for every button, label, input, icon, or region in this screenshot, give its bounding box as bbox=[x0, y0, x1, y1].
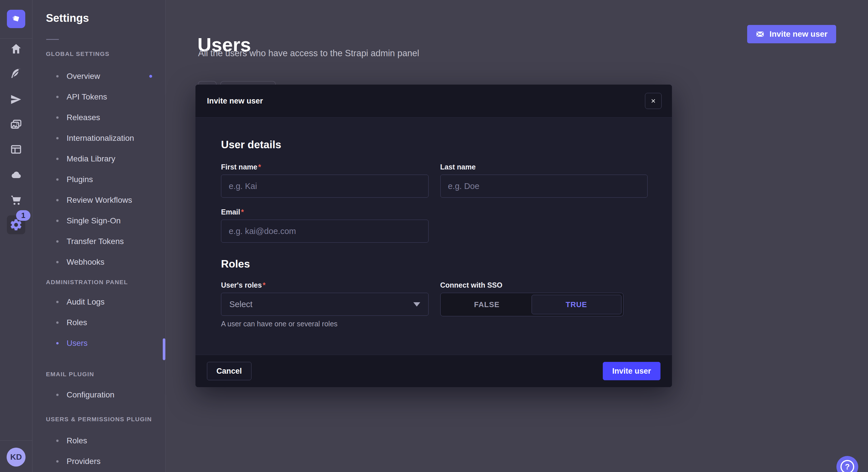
icon-rail: 1 KD bbox=[0, 0, 32, 472]
first-name-field[interactable] bbox=[221, 175, 429, 198]
last-name-group: Last name bbox=[440, 163, 648, 198]
sidebar-item-single-sign-on[interactable]: Single Sign-On bbox=[46, 210, 162, 231]
required-marker: * bbox=[258, 163, 261, 171]
sso-group: Connect with SSO FALSE TRUE bbox=[440, 281, 648, 328]
section-administration-panel: ADMINISTRATION PANEL bbox=[46, 279, 128, 285]
bullet-icon bbox=[56, 301, 59, 303]
first-name-label: First name* bbox=[221, 163, 429, 171]
users-roles-group: User's roles* Select A user can have one… bbox=[221, 281, 429, 328]
modal-title: Invite new user bbox=[207, 97, 263, 105]
sidebar-item-users[interactable]: Users bbox=[46, 333, 162, 353]
strapi-logo-icon bbox=[10, 13, 22, 25]
sso-toggle: FALSE TRUE bbox=[440, 293, 623, 316]
sidebar-item-api-tokens[interactable]: API Tokens bbox=[46, 87, 162, 107]
section-email-plugin: EMAIL PLUGIN bbox=[46, 371, 94, 378]
bullet-icon bbox=[56, 220, 59, 222]
sidebar-item-up-roles[interactable]: Roles bbox=[46, 430, 162, 451]
marketplace-cart-icon[interactable] bbox=[0, 191, 32, 208]
global-settings-list: Overview API Tokens Releases Internation… bbox=[46, 66, 162, 272]
sidebar-item-overview[interactable]: Overview bbox=[46, 66, 162, 87]
roles-hint: A user can have one or several roles bbox=[221, 320, 429, 328]
invite-new-user-button[interactable]: Invite new user bbox=[747, 25, 836, 43]
bullet-icon bbox=[56, 342, 59, 344]
notification-dot-icon bbox=[149, 75, 152, 78]
required-marker: * bbox=[262, 281, 266, 289]
bullet-icon bbox=[56, 322, 59, 324]
sidebar-item-configuration[interactable]: Configuration bbox=[46, 384, 162, 405]
sidebar-item-review-workflows[interactable]: Review Workflows bbox=[46, 190, 162, 210]
users-permissions-list: Roles Providers bbox=[46, 430, 162, 472]
section-users-permissions-plugin: USERS & PERMISSIONS PLUGIN bbox=[46, 416, 152, 423]
modal-header: Invite new user bbox=[195, 85, 672, 117]
bullet-icon bbox=[56, 96, 59, 98]
content-manager-icon[interactable] bbox=[0, 141, 32, 158]
question-mark-icon: ? bbox=[840, 460, 854, 472]
cloud-icon[interactable] bbox=[0, 166, 32, 183]
users-roles-select[interactable]: Select bbox=[221, 293, 429, 316]
sidebar-item-releases[interactable]: Releases bbox=[46, 107, 162, 128]
bullet-icon bbox=[56, 137, 59, 139]
section-global-settings: GLOBAL SETTINGS bbox=[46, 50, 110, 57]
sidebar-item-media-library[interactable]: Media Library bbox=[46, 148, 162, 169]
invite-new-user-modal: Invite new user User details First name*… bbox=[195, 85, 672, 387]
sso-option-true[interactable]: TRUE bbox=[532, 295, 621, 314]
select-value: Select bbox=[229, 300, 253, 309]
section-roles: Roles bbox=[221, 243, 648, 270]
sidebar-scrollbar-thumb[interactable] bbox=[163, 338, 165, 360]
bullet-icon bbox=[56, 116, 59, 119]
title-underline bbox=[46, 39, 59, 40]
sidebar-item-plugins[interactable]: Plugins bbox=[46, 169, 162, 190]
rail-divider bbox=[0, 38, 32, 39]
bullet-icon bbox=[56, 440, 59, 442]
modal-body: User details First name* Last name Email… bbox=[195, 117, 672, 328]
sidebar-item-transfer-tokens[interactable]: Transfer Tokens bbox=[46, 231, 162, 252]
settings-notification-badge: 1 bbox=[16, 210, 30, 221]
sso-label: Connect with SSO bbox=[440, 281, 648, 289]
feather-icon[interactable] bbox=[0, 65, 32, 82]
email-field[interactable] bbox=[221, 220, 429, 243]
last-name-field[interactable] bbox=[440, 175, 648, 198]
media-library-icon[interactable] bbox=[0, 116, 32, 133]
email-label: Email* bbox=[221, 208, 429, 216]
sidebar-item-audit-logs[interactable]: Audit Logs bbox=[46, 292, 162, 312]
sidebar-item-admin-roles[interactable]: Roles bbox=[46, 312, 162, 333]
email-group: Email* bbox=[221, 208, 429, 243]
paper-plane-icon[interactable] bbox=[0, 91, 32, 108]
sidebar-item-internationalization[interactable]: Internationalization bbox=[46, 128, 162, 148]
first-name-group: First name* bbox=[221, 163, 429, 198]
administration-panel-list: Audit Logs Roles Users bbox=[46, 292, 162, 353]
bullet-icon bbox=[56, 394, 59, 396]
bullet-icon bbox=[56, 460, 59, 463]
last-name-label: Last name bbox=[440, 163, 648, 171]
required-marker: * bbox=[241, 208, 244, 216]
sidebar-item-webhooks[interactable]: Webhooks bbox=[46, 252, 162, 272]
sidebar-item-providers[interactable]: Providers bbox=[46, 451, 162, 472]
rail-divider bbox=[0, 440, 32, 441]
strapi-admin-screen: 1 KD Settings GLOBAL SETTINGS Overview A… bbox=[0, 0, 868, 472]
modal-footer: Cancel Invite user bbox=[195, 355, 672, 387]
section-user-details: User details bbox=[221, 117, 648, 151]
sso-option-false[interactable]: FALSE bbox=[442, 295, 532, 314]
chevron-down-icon bbox=[413, 302, 420, 307]
invite-user-submit-button[interactable]: Invite user bbox=[603, 362, 660, 380]
sidebar-title: Settings bbox=[46, 12, 89, 24]
envelope-icon bbox=[756, 30, 764, 38]
avatar[interactable]: KD bbox=[7, 448, 26, 467]
cancel-button[interactable]: Cancel bbox=[207, 362, 251, 380]
bullet-icon bbox=[56, 75, 59, 77]
home-icon[interactable] bbox=[0, 40, 32, 57]
page-subtitle: All the users who have access to the Str… bbox=[198, 48, 419, 59]
close-button[interactable] bbox=[645, 93, 662, 109]
settings-sidebar: Settings GLOBAL SETTINGS Overview API To… bbox=[32, 0, 166, 472]
bullet-icon bbox=[56, 261, 59, 263]
strapi-logo[interactable] bbox=[7, 10, 25, 28]
close-icon bbox=[650, 98, 656, 104]
bullet-icon bbox=[56, 199, 59, 201]
email-plugin-list: Configuration bbox=[46, 384, 162, 405]
bullet-icon bbox=[56, 240, 59, 243]
bullet-icon bbox=[56, 178, 59, 181]
bullet-icon bbox=[56, 158, 59, 160]
users-roles-label: User's roles* bbox=[221, 281, 429, 289]
